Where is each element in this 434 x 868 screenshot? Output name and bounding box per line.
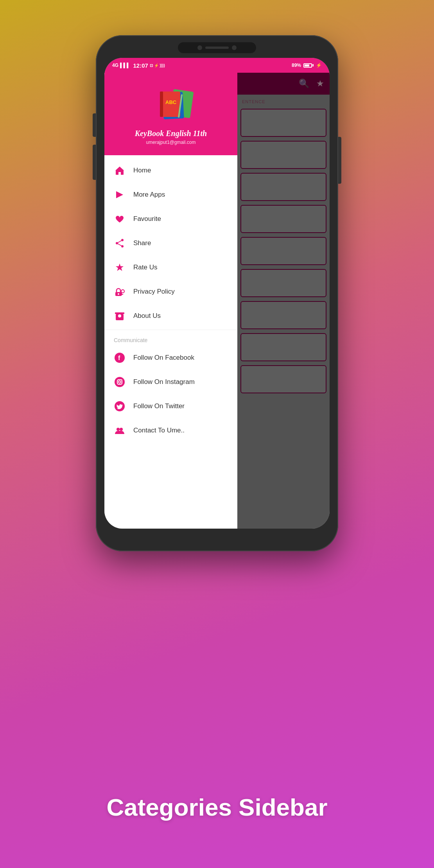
- sidebar: ABC KeyBook English 11th umerajput1@gmai…: [104, 73, 237, 529]
- svg-marker-7: [115, 167, 124, 170]
- svg-point-22: [118, 314, 121, 317]
- rate-us-icon: [114, 262, 126, 273]
- menu-divider: [104, 330, 237, 330]
- status-right: 89% ⚡: [292, 63, 322, 68]
- phone-container: 4G ▌▌▌ 12:07 ⊡ ⚡ )))) 89% ⚡ 🔍 ★: [96, 35, 338, 551]
- menu-label-home: Home: [133, 167, 151, 174]
- menu-item-contact[interactable]: Contact To Ume..: [104, 418, 237, 443]
- about-us-icon: [114, 310, 126, 322]
- communicate-header: Communicate: [104, 332, 237, 346]
- svg-marker-15: [116, 264, 124, 271]
- svg-line-14: [118, 244, 122, 246]
- menu-label-about-us: About Us: [133, 312, 161, 320]
- svg-line-13: [118, 241, 122, 243]
- extra-icons: ⊡ ⚡ )))): [150, 63, 165, 68]
- camera-left: [197, 45, 202, 50]
- side-button-volume-up: [93, 113, 96, 137]
- svg-point-26: [115, 377, 125, 387]
- sidebar-menu: Home More Apps: [104, 155, 237, 529]
- svg-point-12: [121, 245, 124, 247]
- menu-label-privacy-policy: Privacy Policy: [133, 288, 175, 296]
- svg-text:ABC: ABC: [165, 99, 177, 105]
- menu-item-twitter[interactable]: Follow On Twitter: [104, 394, 237, 418]
- menu-item-facebook[interactable]: f Follow On Facebook: [104, 346, 237, 370]
- menu-item-privacy-policy[interactable]: Privacy Policy: [104, 280, 237, 304]
- menu-item-instagram[interactable]: Follow On Instagram: [104, 370, 237, 394]
- camera-right: [232, 45, 237, 50]
- twitter-icon: [114, 400, 126, 412]
- svg-point-18: [121, 290, 124, 293]
- facebook-icon: f: [114, 352, 126, 364]
- menu-label-share: Share: [133, 239, 151, 247]
- privacy-policy-icon: [114, 286, 126, 298]
- contact-icon: [114, 425, 126, 436]
- status-left: 4G ▌▌▌ 12:07 ⊡ ⚡ )))): [112, 62, 165, 69]
- menu-label-facebook: Follow On Facebook: [133, 354, 194, 362]
- instagram-icon: [114, 376, 126, 388]
- svg-rect-23: [115, 312, 124, 314]
- svg-rect-8: [118, 172, 121, 175]
- menu-label-more-apps: More Apps: [133, 191, 165, 199]
- menu-item-rate-us[interactable]: Rate Us: [104, 255, 237, 280]
- signal-bars: ▌▌▌: [120, 63, 130, 68]
- phone-screen: 4G ▌▌▌ 12:07 ⊡ ⚡ )))) 89% ⚡ 🔍 ★: [104, 58, 330, 529]
- app-title: KeyBook English 11th: [135, 129, 207, 138]
- status-bar: 4G ▌▌▌ 12:07 ⊡ ⚡ )))) 89% ⚡: [104, 58, 330, 73]
- sidebar-header: ABC KeyBook English 11th umerajput1@gmai…: [104, 73, 237, 155]
- home-icon: [114, 165, 126, 176]
- menu-label-favourite: Favourite: [133, 215, 161, 223]
- svg-rect-3: [160, 91, 163, 117]
- charging-icon: ⚡: [316, 63, 322, 68]
- svg-point-10: [121, 239, 124, 241]
- side-button-volume-down: [93, 145, 96, 180]
- favourite-icon: [114, 213, 126, 225]
- menu-label-twitter: Follow On Twitter: [133, 402, 185, 410]
- battery-icon: [303, 63, 314, 68]
- menu-label-contact: Contact To Ume..: [133, 427, 185, 434]
- svg-point-31: [117, 428, 120, 431]
- app-email: umerajput1@gmail.com: [146, 140, 196, 145]
- battery-percent: 89%: [292, 63, 301, 68]
- svg-marker-9: [116, 191, 123, 198]
- menu-item-more-apps[interactable]: More Apps: [104, 183, 237, 207]
- svg-text:f: f: [118, 355, 120, 361]
- menu-label-rate-us: Rate Us: [133, 264, 157, 271]
- svg-rect-20: [121, 294, 123, 295]
- menu-item-favourite[interactable]: Favourite: [104, 207, 237, 231]
- side-button-power: [338, 137, 341, 184]
- menu-label-instagram: Follow On Instagram: [133, 378, 195, 386]
- signal-icon: 4G: [112, 63, 118, 68]
- time-display: 12:07: [133, 62, 148, 69]
- menu-item-home[interactable]: Home: [104, 158, 237, 183]
- share-icon: [114, 237, 126, 249]
- sidebar-overlay[interactable]: [237, 73, 330, 529]
- books-svg: ABC: [151, 84, 194, 122]
- svg-point-32: [120, 428, 123, 431]
- app-logo: ABC: [151, 84, 190, 124]
- svg-point-17: [118, 293, 119, 295]
- menu-item-share[interactable]: Share: [104, 231, 237, 255]
- svg-point-29: [122, 380, 122, 380]
- more-apps-icon: [114, 189, 126, 201]
- svg-point-11: [116, 242, 118, 244]
- bottom-label: Categories Sidebar: [106, 793, 327, 821]
- menu-item-about-us[interactable]: About Us: [104, 304, 237, 328]
- speaker: [205, 47, 229, 49]
- phone-top-bar: [178, 42, 256, 53]
